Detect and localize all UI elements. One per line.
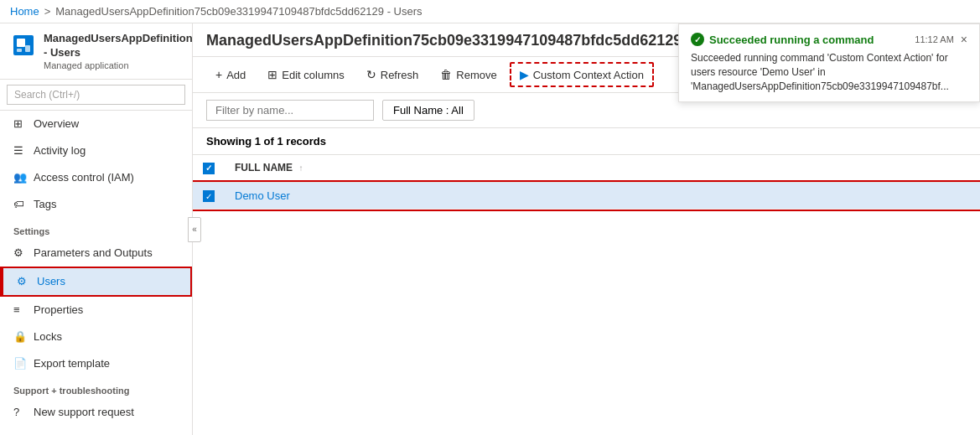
params-icon: ⚙ — [13, 246, 27, 260]
columns-icon: ⊞ — [267, 68, 277, 81]
resource-icon — [10, 32, 37, 59]
edit-columns-button[interactable]: ⊞ Edit columns — [258, 63, 353, 86]
refresh-label: Refresh — [381, 69, 419, 81]
sidebar-item-activity-log[interactable]: ☰ Activity log — [0, 137, 192, 164]
support-icon: ? — [13, 406, 27, 419]
sidebar-label-locks: Locks — [34, 330, 62, 343]
refresh-button[interactable]: ↻ Refresh — [357, 63, 428, 86]
sidebar-item-users[interactable]: ⚙ Users — [0, 267, 192, 297]
row-checkbox-cell: ✓ — [193, 182, 225, 210]
toast-close-button[interactable]: × — [961, 33, 967, 46]
sidebar-label-tags: Tags — [34, 198, 56, 210]
sidebar-nav: ⊞ Overview ☰ Activity log 👥 Access contr… — [0, 111, 192, 435]
add-button[interactable]: + Add — [206, 63, 255, 86]
breadcrumb: Home > ManagedUsersAppDefinition75cb09e3… — [0, 0, 980, 23]
sidebar-label-overview: Overview — [34, 117, 79, 130]
resource-header: ManagedUsersAppDefinition75cb09e33199471… — [0, 23, 192, 80]
settings-section-label: Settings — [0, 218, 192, 240]
sidebar-label-support: New support request — [34, 406, 134, 418]
toast-title: ✓ Succeeded running a command — [691, 33, 874, 46]
users-icon: ⚙ — [17, 275, 30, 288]
fullname-filter-tag[interactable]: Full Name : All — [382, 100, 474, 121]
full-name-column-header[interactable]: FULL NAME ↑ — [225, 155, 980, 182]
toast-title-text: Succeeded running a command — [709, 34, 874, 46]
managed-app-icon — [12, 34, 35, 57]
table-header-row: ✓ FULL NAME ↑ — [193, 155, 980, 182]
svg-rect-3 — [25, 45, 30, 52]
people-icon: 👥 — [13, 171, 27, 184]
sidebar-label-export: Export template — [34, 357, 110, 370]
toast-body: Succeeded running command 'Custom Contex… — [691, 51, 967, 93]
add-icon: + — [215, 68, 222, 81]
custom-action-label: Custom Context Action — [533, 69, 644, 81]
play-icon: ▶ — [520, 68, 529, 81]
data-table: ✓ FULL NAME ↑ ✓ Demo User — [193, 155, 980, 210]
toast-time: 11:12 AM — [915, 34, 953, 44]
sidebar-item-access-control[interactable]: 👥 Access control (IAM) — [0, 164, 192, 191]
breadcrumb-home[interactable]: Home — [10, 5, 39, 18]
add-label: Add — [226, 69, 246, 81]
remove-button[interactable]: 🗑 Remove — [431, 63, 506, 86]
search-input[interactable] — [7, 85, 185, 105]
sidebar-item-tags[interactable]: 🏷 Tags — [0, 191, 192, 218]
search-box — [0, 80, 192, 111]
table-row: ✓ Demo User — [193, 182, 980, 210]
success-icon: ✓ — [691, 33, 704, 46]
records-count: Showing 1 of 1 records — [193, 128, 980, 155]
sidebar-item-parameters[interactable]: ⚙ Parameters and Outputs — [0, 240, 192, 267]
select-all-header: ✓ — [193, 155, 225, 182]
svg-rect-2 — [17, 49, 22, 52]
toast-notification: ✓ Succeeded running a command 11:12 AM ×… — [678, 23, 980, 102]
list-icon: ☰ — [13, 144, 27, 158]
filter-input[interactable] — [206, 100, 374, 121]
resource-title: ManagedUsersAppDefinition75cb09e33199471… — [44, 32, 193, 60]
resource-subtitle: Managed application — [44, 60, 193, 70]
tag-icon: 🏷 — [13, 198, 27, 211]
svg-rect-1 — [17, 39, 25, 47]
sidebar-label-access-control: Access control (IAM) — [34, 171, 134, 184]
sidebar-label-activity-log: Activity log — [34, 144, 86, 157]
breadcrumb-separator: > — [44, 5, 51, 18]
select-all-checkbox[interactable]: ✓ — [203, 163, 215, 174]
row-full-name[interactable]: Demo User — [225, 182, 980, 210]
toast-header: ✓ Succeeded running a command 11:12 AM × — [691, 33, 967, 46]
grid-icon: ⊞ — [13, 117, 27, 131]
sort-icon: ↑ — [298, 163, 303, 173]
sidebar-label-parameters: Parameters and Outputs — [34, 246, 153, 259]
sidebar-item-support[interactable]: ? New support request — [0, 399, 192, 426]
data-table-area: ✓ FULL NAME ↑ ✓ Demo User — [193, 155, 980, 435]
sidebar-item-export[interactable]: 📄 Export template — [0, 350, 192, 377]
sidebar-item-properties[interactable]: ≡ Properties — [0, 297, 192, 324]
sidebar-item-overview[interactable]: ⊞ Overview — [0, 111, 192, 137]
sidebar-label-users: Users — [37, 275, 65, 287]
sidebar-item-locks[interactable]: 🔒 Locks — [0, 324, 192, 350]
trash-icon: 🗑 — [440, 68, 452, 81]
resource-info: ManagedUsersAppDefinition75cb09e33199471… — [44, 32, 193, 70]
row-checkbox[interactable]: ✓ — [203, 190, 215, 202]
sidebar: ManagedUsersAppDefinition75cb09e33199471… — [0, 23, 193, 435]
remove-label: Remove — [456, 69, 496, 81]
main-content: ManagedUsersAppDefinition75cb09e33199471… — [193, 23, 980, 435]
refresh-icon: ↻ — [366, 68, 376, 81]
props-icon: ≡ — [13, 303, 27, 317]
export-icon: 📄 — [13, 357, 27, 370]
lock-icon: 🔒 — [13, 330, 27, 344]
edit-columns-label: Edit columns — [282, 69, 344, 81]
custom-context-action-button[interactable]: ▶ Custom Context Action — [510, 62, 654, 87]
sidebar-collapse-button[interactable]: « — [188, 217, 201, 242]
sidebar-label-properties: Properties — [34, 303, 83, 316]
breadcrumb-current: ManagedUsersAppDefinition75cb09e33199471… — [55, 5, 422, 18]
support-section-label: Support + troubleshooting — [0, 377, 192, 399]
